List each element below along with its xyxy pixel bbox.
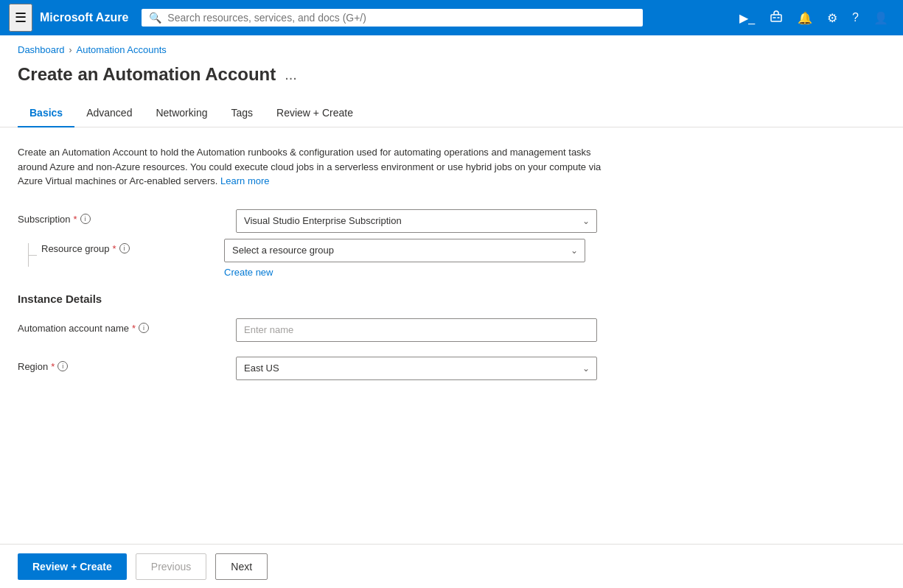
resource-group-control-col: Select a resource group ⌄ Create new <box>224 239 616 278</box>
user-button[interactable]: 👤 <box>868 5 894 31</box>
create-new-resource-group-link[interactable]: Create new <box>224 267 616 278</box>
subscription-label: Subscription * i <box>18 214 224 225</box>
subscription-required: * <box>74 214 77 225</box>
tab-bar: Basics Advanced Networking Tags Review +… <box>0 99 903 127</box>
subscription-select[interactable]: Visual Studio Enterprise Subscription <box>236 209 597 233</box>
region-required: * <box>51 361 55 372</box>
tab-tags[interactable]: Tags <box>219 99 265 127</box>
tab-advanced[interactable]: Advanced <box>74 99 144 127</box>
terminal-icon: ▶_ <box>739 11 755 25</box>
resource-group-label: Resource group * i <box>38 243 130 254</box>
help-icon: ? <box>852 11 859 24</box>
region-info-icon[interactable]: i <box>57 361 68 371</box>
main-content: Create an Automation Account to hold the… <box>0 127 634 454</box>
region-select-wrapper: East US West US East US 2 West Europe ⌄ <box>236 357 597 380</box>
instance-details-section-title: Instance Details <box>18 293 616 305</box>
region-label-col: Region * i <box>18 357 224 372</box>
settings-button[interactable]: ⚙ <box>821 5 843 31</box>
automation-account-name-control-col <box>236 318 616 342</box>
region-select[interactable]: East US West US East US 2 West Europe <box>236 357 597 380</box>
breadcrumb-dashboard[interactable]: Dashboard <box>18 44 65 55</box>
cloud-shell-button[interactable] <box>764 4 789 32</box>
automation-account-name-label: Automation account name * i <box>18 323 224 334</box>
region-control-col: East US West US East US 2 West Europe ⌄ <box>236 357 616 380</box>
page-more-options[interactable]: ... <box>285 66 297 83</box>
automation-account-name-label-col: Automation account name * i <box>18 318 224 334</box>
help-button[interactable]: ? <box>846 5 865 30</box>
resource-group-info-icon[interactable]: i <box>119 243 130 253</box>
gear-icon: ⚙ <box>827 11 837 25</box>
automation-account-name-row: Automation account name * i <box>18 318 616 342</box>
subscription-select-wrapper: Visual Studio Enterprise Subscription ⌄ <box>236 209 597 233</box>
tab-review-create[interactable]: Review + Create <box>265 99 365 127</box>
breadcrumb: Dashboard › Automation Accounts <box>0 35 903 58</box>
bell-icon: 🔔 <box>798 11 812 25</box>
region-row: Region * i East US West US East US 2 Wes… <box>18 357 616 380</box>
automation-account-name-required: * <box>132 323 136 334</box>
breadcrumb-automation-accounts[interactable]: Automation Accounts <box>77 44 167 55</box>
tab-networking[interactable]: Networking <box>144 99 219 127</box>
page-title: Create an Automation Account <box>18 64 276 85</box>
automation-account-name-input[interactable] <box>236 318 597 342</box>
resource-group-label-col: Resource group * i <box>18 239 224 267</box>
resource-group-row: Resource group * i Select a resource gro… <box>18 239 616 278</box>
automation-account-name-info-icon[interactable]: i <box>139 323 149 333</box>
search-icon: 🔍 <box>149 12 161 24</box>
breadcrumb-separator-1: › <box>69 45 72 55</box>
brand-logo: Microsoft Azure <box>40 11 128 24</box>
search-input[interactable] <box>167 12 635 24</box>
rg-connector <box>18 243 38 267</box>
search-bar: 🔍 <box>142 9 643 27</box>
svg-rect-0 <box>771 15 781 21</box>
cloud-upload-icon <box>770 10 783 26</box>
region-label: Region * i <box>18 361 224 372</box>
subscription-label-col: Subscription * i <box>18 209 224 225</box>
resource-group-select[interactable]: Select a resource group <box>224 239 585 262</box>
learn-more-link[interactable]: Learn more <box>220 175 269 186</box>
terminal-icon-button[interactable]: ▶_ <box>733 5 761 31</box>
resource-group-required: * <box>113 243 116 254</box>
user-icon: 👤 <box>874 11 888 25</box>
subscription-row: Subscription * i Visual Studio Enterpris… <box>18 209 616 233</box>
page-header: Create an Automation Account ... <box>0 58 903 99</box>
subscription-control-col: Visual Studio Enterprise Subscription ⌄ <box>236 209 616 233</box>
top-navigation: ☰ Microsoft Azure 🔍 ▶_ 🔔 ⚙ ? 👤 <box>0 0 903 35</box>
topnav-icon-group: ▶_ 🔔 ⚙ ? 👤 <box>733 4 894 32</box>
resource-group-select-wrapper: Select a resource group ⌄ <box>224 239 585 262</box>
notifications-button[interactable]: 🔔 <box>792 5 818 31</box>
tab-basics[interactable]: Basics <box>18 99 74 127</box>
description-text: Create an Automation Account to hold the… <box>18 145 616 189</box>
subscription-info-icon[interactable]: i <box>80 214 91 224</box>
hamburger-menu-button[interactable]: ☰ <box>9 4 32 32</box>
